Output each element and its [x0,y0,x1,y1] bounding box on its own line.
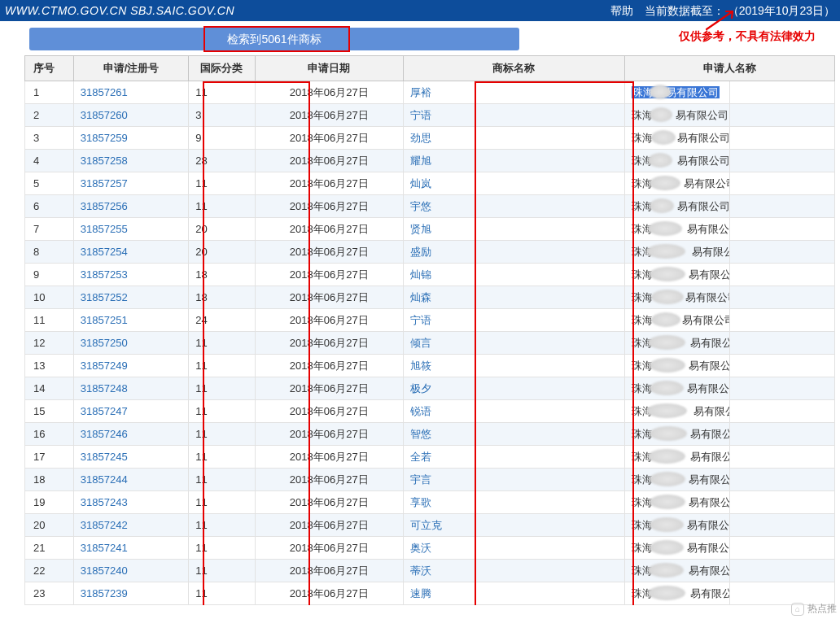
cell-tm-name[interactable]: 旭筱 [403,355,624,377]
cell-applicant[interactable]: 珠海易有限公司 [624,537,729,560]
cell-date: 2018年06月27日 [255,81,403,104]
th-tm-name[interactable]: 商标名称 [403,56,624,81]
cell-reg-no[interactable]: 31857246 [73,423,188,446]
cell-applicant[interactable]: 珠海易有限公司 [624,446,729,469]
cell-tm-name[interactable]: 劲思 [403,127,624,150]
cell-class: 11 [189,560,256,582]
th-app-date[interactable]: 申请日期 [255,56,403,81]
cell-tm-name[interactable]: 享歌 [403,491,624,514]
help-link[interactable]: 帮助 [610,0,633,21]
table-row: 831857254202018年06月27日盛励珠海易有限公司 [25,241,835,264]
cell-class: 11 [189,400,256,423]
cell-reg-no[interactable]: 31857255 [73,218,188,241]
cell-date: 2018年06月27日 [255,309,403,332]
footer-widget[interactable]: ⌂ 热点推 [791,602,837,605]
cell-reg-no[interactable]: 31857252 [73,286,188,309]
cell-applicant[interactable]: 珠海易有限公司 [624,218,729,241]
cell-tm-name[interactable]: 可立克 [403,514,624,537]
cell-reg-no[interactable]: 31857258 [73,150,188,172]
cell-index: 3 [25,127,74,150]
cell-reg-no[interactable]: 31857250 [73,332,188,355]
cell-tm-name[interactable]: 耀旭 [403,150,624,172]
cell-date: 2018年06月27日 [255,491,403,514]
cell-class: 20 [189,218,256,241]
cell-applicant[interactable]: 珠海易有限公司 [624,377,729,400]
cell-applicant[interactable]: 珠海易有限公司 [624,172,729,195]
cell-reg-no[interactable]: 31857239 [73,582,188,605]
cell-applicant[interactable]: 珠海易有限公司 [624,400,729,423]
cell-tm-name[interactable]: 贤旭 [403,218,624,241]
cell-date: 2018年06月27日 [255,446,403,469]
cell-reg-no[interactable]: 31857259 [73,127,188,150]
cell-applicant[interactable]: 珠海易有限公司 [624,423,729,446]
cell-applicant[interactable]: 珠海易有限公司 [624,560,729,582]
cell-reg-no[interactable]: 31857242 [73,514,188,537]
cell-tm-name[interactable]: 倾言 [403,332,624,355]
cell-applicant[interactable]: 珠海易有限公司 [624,491,729,514]
cell-reg-no[interactable]: 31857256 [73,195,188,218]
cell-reg-no[interactable]: 31857243 [73,491,188,514]
results-table-wrap: 序号 申请/注册号 国际分类 申请日期 商标名称 申请人名称 131857261… [0,55,840,605]
cell-empty [729,104,834,127]
cell-tm-name[interactable]: 厚裕 [403,81,624,104]
cell-tm-name[interactable]: 极夕 [403,377,624,400]
cell-tm-name[interactable]: 灿岚 [403,172,624,195]
cell-applicant[interactable]: 珠海易有限公司 [624,286,729,309]
cell-date: 2018年06月27日 [255,172,403,195]
cell-applicant[interactable]: 珠海易有限公司 [624,264,729,286]
cell-tm-name[interactable]: 宁语 [403,104,624,127]
cell-reg-no[interactable]: 31857257 [73,172,188,195]
cell-tm-name[interactable]: 全若 [403,446,624,469]
cell-reg-no[interactable]: 31857245 [73,446,188,469]
cell-reg-no[interactable]: 31857244 [73,469,188,491]
cell-tm-name[interactable]: 灿森 [403,286,624,309]
cell-reg-no[interactable]: 31857254 [73,241,188,264]
cell-empty [729,332,834,355]
cell-reg-no[interactable]: 31857253 [73,264,188,286]
cell-applicant[interactable]: 珠海易有限公司 [624,469,729,491]
cell-tm-name[interactable]: 灿锦 [403,264,624,286]
cell-applicant[interactable]: 珠海易有限公司 [624,355,729,377]
cell-date: 2018年06月27日 [255,286,403,309]
cell-applicant[interactable]: 珠海易有限公司 [624,241,729,264]
cell-class: 18 [189,264,256,286]
cell-applicant[interactable]: 珠海易有限公司 [624,332,729,355]
th-class[interactable]: 国际分类 [189,56,256,81]
cell-applicant[interactable]: 珠海贸易有限公司 [624,81,729,104]
cell-applicant[interactable]: 珠海易有限公司 [624,104,729,127]
cell-applicant[interactable]: 珠海易有限公司 [624,309,729,332]
cell-tm-name[interactable]: 宇悠 [403,195,624,218]
cell-applicant[interactable]: 珠海易有限公司 [624,150,729,172]
cell-applicant[interactable]: 珠海易有限公司 [624,582,729,605]
cell-reg-no[interactable]: 31857241 [73,537,188,560]
cell-tm-name[interactable]: 速腾 [403,582,624,605]
cell-index: 16 [25,423,74,446]
cell-tm-name[interactable]: 宇言 [403,469,624,491]
cell-reg-no[interactable]: 31857248 [73,377,188,400]
cell-index: 9 [25,264,74,286]
cell-reg-no[interactable]: 31857240 [73,560,188,582]
cell-applicant[interactable]: 珠海易有限公司 [624,195,729,218]
cell-date: 2018年06月27日 [255,560,403,582]
cell-reg-no[interactable]: 31857261 [73,81,188,104]
table-row: 33185725992018年06月27日劲思珠海易有限公司 [25,127,835,150]
cell-reg-no[interactable]: 31857247 [73,400,188,423]
cell-tm-name[interactable]: 蒂沃 [403,560,624,582]
th-reg-no[interactable]: 申请/注册号 [73,56,188,81]
cell-tm-name[interactable]: 锐语 [403,400,624,423]
cell-reg-no[interactable]: 31857260 [73,104,188,127]
cell-empty [729,514,834,537]
cell-tm-name[interactable]: 智悠 [403,423,624,446]
cell-index: 19 [25,491,74,514]
cell-applicant[interactable]: 珠海易有限公司 [624,127,729,150]
cell-applicant[interactable]: 珠海易有限公司 [624,514,729,537]
cell-tm-name[interactable]: 盛励 [403,241,624,264]
cell-reg-no[interactable]: 31857251 [73,309,188,332]
cell-tm-name[interactable]: 奥沃 [403,537,624,560]
th-applicant[interactable]: 申请人名称 [624,56,834,81]
cell-index: 21 [25,537,74,560]
cell-reg-no[interactable]: 31857249 [73,355,188,377]
annotation-arrow-icon [705,8,737,31]
cell-tm-name[interactable]: 宁语 [403,309,624,332]
search-summary-bar[interactable]: 检索到5061件商标 [29,28,519,50]
